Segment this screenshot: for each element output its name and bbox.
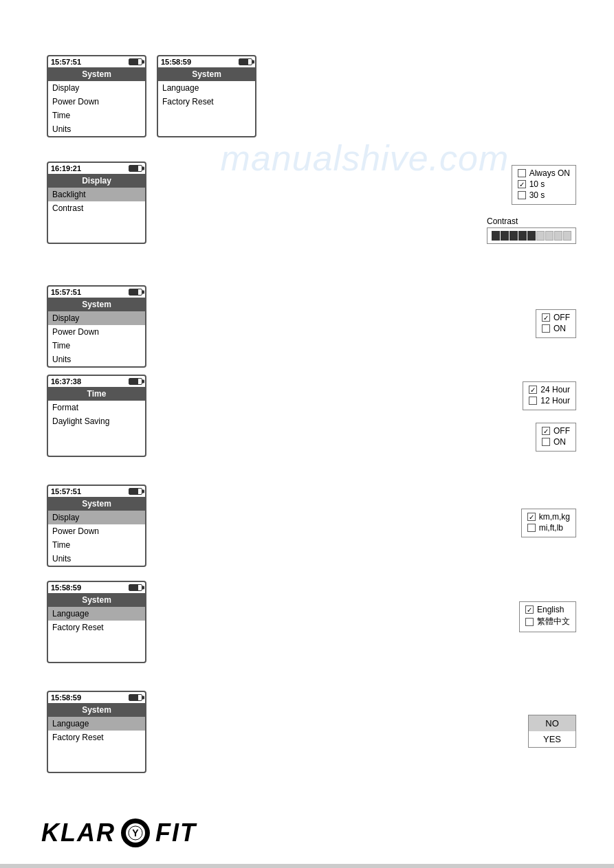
factoryreset-noyes-box: NO YES — [528, 715, 576, 748]
screen4-header: 15:57:51 — [48, 287, 145, 298]
backlight-30s-checkbox — [518, 191, 526, 199]
timeformat-options: 24 Hour 12 Hour — [523, 381, 576, 410]
language-options-box: English 繁體中文 — [519, 601, 576, 632]
svg-text:Y: Y — [132, 827, 139, 838]
logo-area: KLAR Y FIT — [41, 819, 197, 847]
screen7-battery — [129, 584, 142, 591]
backlight-always-on-label: Always ON — [529, 168, 570, 178]
screen1-item-display: Display — [48, 81, 145, 95]
screen4-battery — [129, 289, 142, 296]
screen-system-language: 15:58:59 System Language Factory Reset — [47, 581, 146, 663]
units-metric: km,m,kg — [527, 512, 570, 522]
screen7-header: 15:58:59 — [48, 582, 145, 593]
watermark: manualshive.com — [221, 137, 509, 179]
screen2-title: System — [158, 67, 255, 81]
screen2-item-language: Language — [158, 81, 255, 95]
backlight-always-on: Always ON — [518, 168, 570, 178]
screen-system-units: 15:57:51 System Display Power Down Time … — [47, 485, 146, 567]
screen7-item-language: Language — [48, 607, 145, 621]
screen3-time: 16:19:21 — [51, 164, 81, 173]
screen2-item-factoryreset: Factory Reset — [158, 95, 255, 109]
seg7 — [545, 231, 553, 241]
screen7-time: 15:58:59 — [51, 583, 81, 592]
screen-system-2: 15:58:59 System Language Factory Reset — [157, 55, 256, 137]
screen6-time: 15:57:51 — [51, 487, 81, 496]
screen6-item-time: Time — [48, 538, 145, 552]
screen2-header: 15:58:59 — [158, 56, 255, 67]
language-english-checkbox — [525, 605, 534, 614]
daylightsaving-options: OFF ON — [536, 423, 576, 452]
screen4-body: Display Power Down Time Units — [48, 311, 145, 366]
language-options: English 繁體中文 — [519, 601, 576, 632]
contrast-bar — [492, 231, 571, 241]
screen-time: 16:37:38 Time Format Daylight Saving — [47, 375, 146, 457]
contrast-bar-box — [487, 227, 576, 244]
timeformat-24h-checkbox — [529, 386, 537, 394]
timeformat-options-box: 24 Hour 12 Hour — [523, 381, 576, 410]
backlight-30s-label: 30 s — [529, 190, 545, 200]
screen6-body: Display Power Down Time Units — [48, 511, 145, 566]
screen1-item-powerdown: Power Down — [48, 95, 145, 109]
backlight-10s-label: 10 s — [529, 179, 545, 189]
screen5-item-format: Format — [48, 401, 145, 414]
powerdown-off: OFF — [542, 313, 570, 322]
screen1-item-units: Units — [48, 122, 145, 136]
screen1-battery — [129, 58, 142, 65]
backlight-10s: 10 s — [518, 179, 570, 189]
powerdown-off-label: OFF — [553, 313, 570, 322]
powerdown-on-checkbox — [542, 324, 550, 333]
screen7-body: Language Factory Reset — [48, 607, 145, 662]
screen6-item-units: Units — [48, 552, 145, 566]
seg9 — [563, 231, 571, 241]
screen5-time: 16:37:38 — [51, 377, 81, 386]
screen3-item-backlight: Backlight — [48, 188, 145, 201]
screen2-time: 15:58:59 — [161, 58, 191, 66]
units-imperial-checkbox — [527, 524, 536, 532]
contrast-options: Contrast — [487, 216, 576, 244]
screen6-title: System — [48, 497, 145, 511]
backlight-30s: 30 s — [518, 190, 570, 200]
screen6-item-powerdown: Power Down — [48, 524, 145, 538]
screen5-battery — [129, 378, 142, 385]
units-imperial-label: mi,ft,lb — [539, 523, 563, 533]
factoryreset-no: NO — [529, 715, 575, 731]
screen4-item-time: Time — [48, 339, 145, 353]
seg5 — [527, 231, 536, 241]
daylightsaving-on: ON — [542, 437, 570, 447]
screen5-item-daylightsaving: Daylight Saving — [48, 414, 145, 428]
timeformat-12h: 12 Hour — [529, 396, 570, 405]
bottom-line — [0, 864, 614, 868]
screen2-body: Language Factory Reset — [158, 81, 255, 136]
powerdown-options: OFF ON — [536, 309, 576, 338]
daylightsaving-off: OFF — [542, 426, 570, 436]
powerdown-options-box: OFF ON — [536, 309, 576, 338]
daylightsaving-on-checkbox — [542, 438, 550, 446]
contrast-label: Contrast — [487, 216, 576, 226]
units-options-box: km,m,kg mi,ft,lb — [521, 509, 576, 537]
screen8-item-language: Language — [48, 717, 145, 731]
powerdown-on: ON — [542, 324, 570, 333]
screen-system-1: 15:57:51 System Display Power Down Time … — [47, 55, 146, 137]
logo-fit: FIT — [155, 819, 197, 847]
backlight-options-box: Always ON 10 s 30 s — [512, 165, 576, 205]
seg6 — [536, 231, 545, 241]
screen3-header: 16:19:21 — [48, 163, 145, 174]
screen8-battery — [129, 694, 142, 701]
factoryreset-options: NO YES — [528, 715, 576, 748]
screen1-body: Display Power Down Time Units — [48, 81, 145, 136]
screen8-header: 15:58:59 — [48, 692, 145, 703]
screen-system-display-selected: 15:57:51 System Display Power Down Time … — [47, 285, 146, 368]
units-imperial: mi,ft,lb — [527, 523, 570, 533]
screen-display: 16:19:21 Display Backlight Contrast — [47, 162, 146, 244]
screen-system-factoryreset: 15:58:59 System Language Factory Reset — [47, 691, 146, 773]
logo-y-icon: Y — [128, 825, 143, 841]
screen4-item-powerdown: Power Down — [48, 325, 145, 339]
screen8-title: System — [48, 703, 145, 717]
screen5-title: Time — [48, 387, 145, 401]
daylightsaving-options-box: OFF ON — [536, 423, 576, 452]
screen1-item-time: Time — [48, 109, 145, 122]
backlight-always-on-checkbox — [518, 169, 526, 177]
screen7-item-factoryreset: Factory Reset — [48, 621, 145, 634]
screen8-item-factoryreset: Factory Reset — [48, 731, 145, 744]
powerdown-off-checkbox — [542, 313, 550, 322]
